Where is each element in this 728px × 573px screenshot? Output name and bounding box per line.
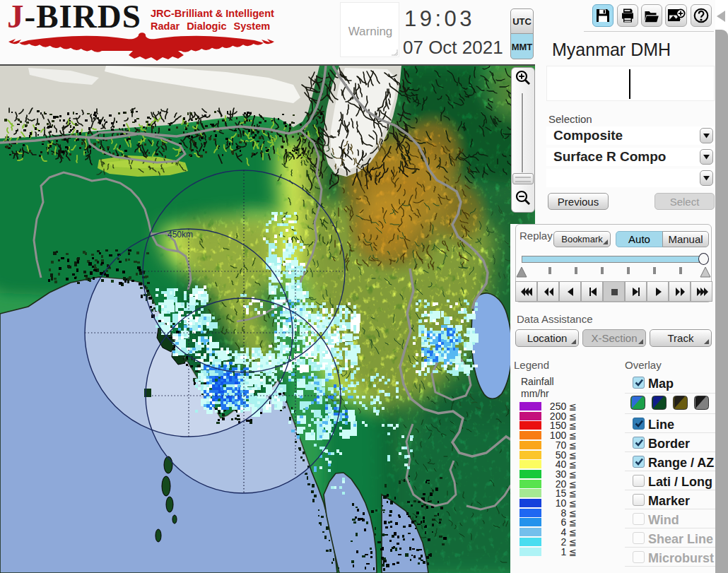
svg-text:450km: 450km bbox=[168, 230, 193, 240]
